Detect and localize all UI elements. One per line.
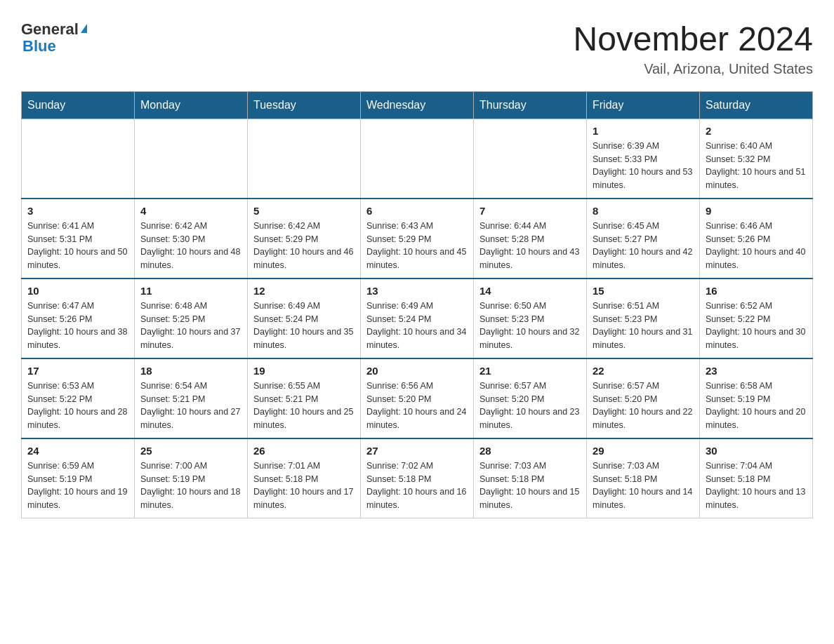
week-row-4: 17Sunrise: 6:53 AMSunset: 5:22 PMDayligh…	[22, 358, 813, 438]
day-cell: 5Sunrise: 6:42 AMSunset: 5:29 PMDaylight…	[248, 199, 361, 279]
day-info: Sunrise: 6:42 AMSunset: 5:29 PMDaylight:…	[253, 220, 355, 272]
day-number: 23	[706, 365, 807, 377]
day-cell: 10Sunrise: 6:47 AMSunset: 5:26 PMDayligh…	[22, 279, 135, 358]
day-number: 17	[27, 365, 128, 377]
day-cell: 21Sunrise: 6:57 AMSunset: 5:20 PMDayligh…	[474, 358, 587, 438]
day-info: Sunrise: 6:42 AMSunset: 5:30 PMDaylight:…	[140, 220, 241, 272]
day-headers-row: SundayMondayTuesdayWednesdayThursdayFrid…	[22, 91, 813, 119]
day-info: Sunrise: 6:47 AMSunset: 5:26 PMDaylight:…	[27, 300, 128, 352]
day-info: Sunrise: 6:59 AMSunset: 5:19 PMDaylight:…	[27, 459, 128, 512]
day-number: 15	[593, 285, 694, 297]
day-number: 8	[593, 205, 694, 217]
day-header-monday: Monday	[135, 91, 248, 119]
day-header-saturday: Saturday	[700, 91, 813, 119]
day-cell: 25Sunrise: 7:00 AMSunset: 5:19 PMDayligh…	[135, 438, 248, 518]
week-row-3: 10Sunrise: 6:47 AMSunset: 5:26 PMDayligh…	[22, 279, 813, 358]
day-cell: 26Sunrise: 7:01 AMSunset: 5:18 PMDayligh…	[248, 438, 361, 518]
day-cell	[248, 119, 361, 199]
day-number: 6	[366, 205, 468, 217]
day-cell: 8Sunrise: 6:45 AMSunset: 5:27 PMDaylight…	[587, 199, 700, 279]
day-info: Sunrise: 6:48 AMSunset: 5:25 PMDaylight:…	[140, 300, 241, 352]
day-cell: 20Sunrise: 6:56 AMSunset: 5:20 PMDayligh…	[361, 358, 474, 438]
day-number: 16	[706, 285, 807, 297]
day-number: 26	[253, 445, 355, 457]
day-number: 25	[140, 445, 241, 457]
day-info: Sunrise: 6:40 AMSunset: 5:32 PMDaylight:…	[706, 140, 807, 192]
day-info: Sunrise: 6:52 AMSunset: 5:22 PMDaylight:…	[706, 300, 807, 352]
day-info: Sunrise: 7:01 AMSunset: 5:18 PMDaylight:…	[253, 459, 355, 512]
day-info: Sunrise: 6:56 AMSunset: 5:20 PMDaylight:…	[366, 380, 468, 432]
day-number: 1	[593, 125, 694, 137]
day-cell: 4Sunrise: 6:42 AMSunset: 5:30 PMDaylight…	[135, 199, 248, 279]
day-number: 21	[479, 365, 581, 377]
day-header-thursday: Thursday	[474, 91, 587, 119]
day-info: Sunrise: 6:50 AMSunset: 5:23 PMDaylight:…	[479, 300, 581, 352]
day-cell: 24Sunrise: 6:59 AMSunset: 5:19 PMDayligh…	[22, 438, 135, 518]
day-cell: 6Sunrise: 6:43 AMSunset: 5:29 PMDaylight…	[361, 199, 474, 279]
day-cell: 9Sunrise: 6:46 AMSunset: 5:26 PMDaylight…	[700, 199, 813, 279]
day-cell: 16Sunrise: 6:52 AMSunset: 5:22 PMDayligh…	[700, 279, 813, 358]
day-cell: 17Sunrise: 6:53 AMSunset: 5:22 PMDayligh…	[22, 358, 135, 438]
day-cell: 30Sunrise: 7:04 AMSunset: 5:18 PMDayligh…	[700, 438, 813, 518]
day-cell: 12Sunrise: 6:49 AMSunset: 5:24 PMDayligh…	[248, 279, 361, 358]
day-number: 4	[140, 205, 241, 217]
day-info: Sunrise: 6:41 AMSunset: 5:31 PMDaylight:…	[27, 220, 128, 272]
day-number: 30	[706, 445, 807, 457]
calendar-table: SundayMondayTuesdayWednesdayThursdayFrid…	[21, 91, 813, 518]
logo-arrow-icon	[81, 24, 87, 33]
day-info: Sunrise: 6:49 AMSunset: 5:24 PMDaylight:…	[253, 300, 355, 352]
day-info: Sunrise: 7:02 AMSunset: 5:18 PMDaylight:…	[366, 459, 468, 512]
week-row-5: 24Sunrise: 6:59 AMSunset: 5:19 PMDayligh…	[22, 438, 813, 518]
week-row-1: 1Sunrise: 6:39 AMSunset: 5:33 PMDaylight…	[22, 119, 813, 199]
day-info: Sunrise: 7:04 AMSunset: 5:18 PMDaylight:…	[706, 459, 807, 512]
calendar-subtitle: Vail, Arizona, United States	[573, 61, 813, 77]
day-number: 20	[366, 365, 468, 377]
day-cell: 15Sunrise: 6:51 AMSunset: 5:23 PMDayligh…	[587, 279, 700, 358]
day-cell	[135, 119, 248, 199]
title-area: November 2024 Vail, Arizona, United Stat…	[573, 21, 813, 77]
day-info: Sunrise: 6:51 AMSunset: 5:23 PMDaylight:…	[593, 300, 694, 352]
day-header-sunday: Sunday	[22, 91, 135, 119]
day-cell: 7Sunrise: 6:44 AMSunset: 5:28 PMDaylight…	[474, 199, 587, 279]
page-header: General Blue November 2024 Vail, Arizona…	[21, 21, 813, 77]
day-info: Sunrise: 6:53 AMSunset: 5:22 PMDaylight:…	[27, 380, 128, 432]
day-info: Sunrise: 7:03 AMSunset: 5:18 PMDaylight:…	[479, 459, 581, 512]
day-cell: 28Sunrise: 7:03 AMSunset: 5:18 PMDayligh…	[474, 438, 587, 518]
day-header-friday: Friday	[587, 91, 700, 119]
logo: General Blue	[21, 21, 87, 55]
day-number: 24	[27, 445, 128, 457]
day-number: 9	[706, 205, 807, 217]
day-info: Sunrise: 6:49 AMSunset: 5:24 PMDaylight:…	[366, 300, 468, 352]
day-info: Sunrise: 6:43 AMSunset: 5:29 PMDaylight:…	[366, 220, 468, 272]
day-info: Sunrise: 6:55 AMSunset: 5:21 PMDaylight:…	[253, 380, 355, 432]
day-number: 13	[366, 285, 468, 297]
day-cell	[361, 119, 474, 199]
day-cell: 2Sunrise: 6:40 AMSunset: 5:32 PMDaylight…	[700, 119, 813, 199]
day-info: Sunrise: 6:54 AMSunset: 5:21 PMDaylight:…	[140, 380, 241, 432]
day-info: Sunrise: 6:44 AMSunset: 5:28 PMDaylight:…	[479, 220, 581, 272]
day-number: 12	[253, 285, 355, 297]
day-cell	[22, 119, 135, 199]
day-info: Sunrise: 6:39 AMSunset: 5:33 PMDaylight:…	[593, 140, 694, 192]
day-cell: 18Sunrise: 6:54 AMSunset: 5:21 PMDayligh…	[135, 358, 248, 438]
day-number: 2	[706, 125, 807, 137]
day-cell: 11Sunrise: 6:48 AMSunset: 5:25 PMDayligh…	[135, 279, 248, 358]
day-cell: 19Sunrise: 6:55 AMSunset: 5:21 PMDayligh…	[248, 358, 361, 438]
day-number: 10	[27, 285, 128, 297]
day-info: Sunrise: 6:58 AMSunset: 5:19 PMDaylight:…	[706, 380, 807, 432]
day-cell: 13Sunrise: 6:49 AMSunset: 5:24 PMDayligh…	[361, 279, 474, 358]
day-number: 11	[140, 285, 241, 297]
day-cell: 3Sunrise: 6:41 AMSunset: 5:31 PMDaylight…	[22, 199, 135, 279]
day-info: Sunrise: 6:57 AMSunset: 5:20 PMDaylight:…	[479, 380, 581, 432]
week-row-2: 3Sunrise: 6:41 AMSunset: 5:31 PMDaylight…	[22, 199, 813, 279]
day-info: Sunrise: 6:46 AMSunset: 5:26 PMDaylight:…	[706, 220, 807, 272]
day-number: 18	[140, 365, 241, 377]
day-cell: 27Sunrise: 7:02 AMSunset: 5:18 PMDayligh…	[361, 438, 474, 518]
day-info: Sunrise: 6:45 AMSunset: 5:27 PMDaylight:…	[593, 220, 694, 272]
day-number: 19	[253, 365, 355, 377]
day-cell	[474, 119, 587, 199]
day-info: Sunrise: 6:57 AMSunset: 5:20 PMDaylight:…	[593, 380, 694, 432]
day-cell: 23Sunrise: 6:58 AMSunset: 5:19 PMDayligh…	[700, 358, 813, 438]
day-cell: 29Sunrise: 7:03 AMSunset: 5:18 PMDayligh…	[587, 438, 700, 518]
day-number: 29	[593, 445, 694, 457]
